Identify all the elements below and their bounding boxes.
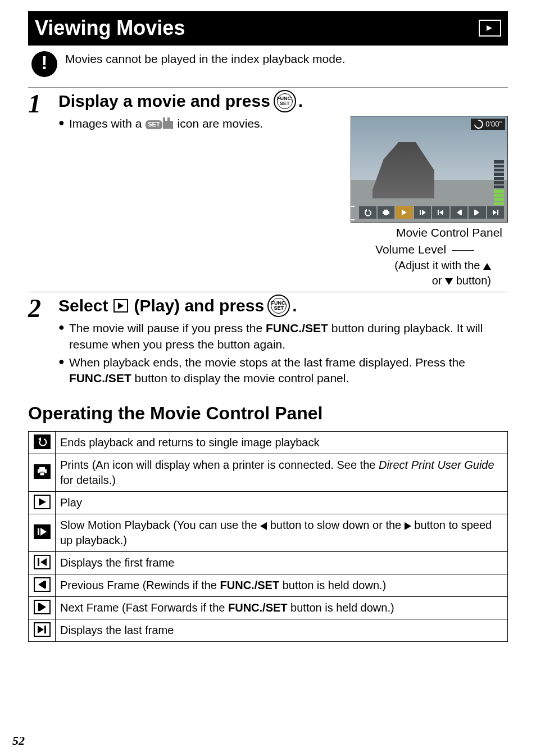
text: Next Frame (Fast Forwards if the — [60, 601, 228, 614]
bullet-icon: ● — [58, 320, 65, 334]
last-frame-icon — [34, 622, 51, 637]
adjust-hint: (Adjust it with the or button) — [351, 258, 508, 288]
svg-marker-23 — [40, 528, 47, 536]
step-2-bullet-2: ● When playback ends, the movie stops at… — [58, 355, 508, 387]
svg-rect-12 — [474, 210, 475, 215]
text: The movie will pause if you press the FU… — [69, 320, 508, 352]
svg-rect-8 — [438, 210, 439, 215]
func-set-button-icon: FUNC.SET — [267, 295, 290, 317]
step-1-heading-text: Display a movie and press — [58, 90, 270, 113]
text: for details.) — [60, 474, 116, 486]
step-2-heading: Select (Play) and press FUNC.SET . — [58, 295, 508, 318]
op-text: Displays the last frame — [56, 619, 508, 641]
svg-marker-29 — [40, 603, 46, 611]
svg-marker-7 — [422, 210, 426, 215]
svg-marker-5 — [402, 210, 407, 215]
prev-frame-icon — [34, 577, 51, 592]
up-arrow-icon — [483, 263, 491, 270]
movie-control-strip — [359, 206, 504, 219]
svg-marker-16 — [118, 302, 124, 309]
table-row: Play — [29, 491, 508, 514]
op-text: Previous Frame (Rewinds if the FUNC./SET… — [56, 574, 508, 596]
bullet-icon: ● — [58, 116, 65, 130]
volume-meter — [494, 160, 504, 205]
ctrl-last-icon — [487, 206, 505, 219]
bracket-icon — [351, 205, 357, 221]
print-icon — [34, 464, 51, 479]
warning-text: Movies cannot be played in the index pla… — [65, 51, 345, 67]
svg-rect-18 — [39, 467, 45, 469]
preview-block: 0'00" — [351, 116, 508, 288]
text: Prints (An icon will display when a prin… — [60, 459, 379, 471]
svg-rect-31 — [44, 626, 46, 633]
section-heading: Operating the Movie Control Panel — [28, 401, 508, 425]
op-text: Next Frame (Fast Forwards if the FUNC./S… — [56, 596, 508, 619]
svg-rect-20 — [40, 472, 44, 476]
playback-mode-icon — [479, 20, 501, 37]
step-1-bullet-text: Images with a SET icon are movies. — [69, 116, 264, 132]
text: Images with a — [69, 117, 142, 130]
text: button is held down.) — [288, 601, 394, 614]
title-bar: Viewing Movies — [28, 11, 508, 46]
preview-captions: Movie Control Panel Volume Level (Adjust… — [351, 225, 508, 288]
step-number: 2 — [28, 295, 53, 389]
svg-marker-26 — [38, 581, 44, 588]
svg-marker-21 — [39, 498, 46, 506]
down-arrow-icon — [445, 278, 453, 285]
exclamation-icon: ! — [31, 51, 57, 77]
guide-title: Direct Print User Guide — [379, 459, 494, 471]
table-row: Displays the last frame — [29, 619, 508, 641]
step-1-bullet: ● Images with a SET icon are movies. — [58, 116, 339, 132]
text: When playback ends, the movie stops at t… — [69, 356, 465, 369]
step-2: 2 Select (Play) and press FUNC.SET . ● T… — [28, 292, 508, 389]
text: (Play) and press — [134, 295, 264, 318]
text: Previous Frame (Rewinds if the — [60, 579, 220, 591]
page-title: Viewing Movies — [35, 15, 185, 42]
play-button-icon — [113, 299, 128, 313]
func-set-label: FUNC./SET — [228, 601, 288, 614]
warning-note: ! Movies cannot be played in the index p… — [31, 51, 508, 77]
table-row: Next Frame (Fast Forwards if the FUNC./S… — [29, 596, 508, 619]
step-1: 1 Display a movie and press FUNC.SET . ●… — [28, 87, 508, 288]
operations-table: Ends playback and returns to single imag… — [28, 431, 508, 642]
svg-rect-2 — [384, 210, 388, 211]
bullet-icon: ● — [58, 355, 65, 369]
func-set-label: FUNC./SET — [266, 322, 328, 334]
svg-rect-24 — [38, 558, 39, 566]
table-row: Displays the first frame — [29, 551, 508, 574]
text: button to display the movie control pane… — [131, 372, 349, 384]
svg-marker-30 — [38, 626, 44, 633]
volume-level-label: Volume Level — [375, 243, 446, 256]
func-set-label: FUNC./SET — [69, 372, 131, 384]
text: Slow Motion Playback (You can use the — [60, 519, 260, 531]
next-frame-icon — [34, 600, 51, 614]
period: . — [292, 295, 297, 318]
movie-preview-image: 0'00" — [351, 116, 508, 223]
svg-marker-14 — [493, 210, 497, 215]
text: button is held down.) — [279, 579, 386, 591]
right-arrow-icon — [405, 522, 411, 530]
op-text: Displays the first frame — [56, 551, 508, 574]
op-text: Prints (An icon will display when a prin… — [56, 454, 508, 491]
back-icon — [34, 434, 51, 449]
ctrl-nextframe-icon — [469, 206, 486, 219]
svg-rect-11 — [461, 210, 462, 215]
text: (Adjust it with the — [394, 259, 480, 271]
ctrl-print-icon — [378, 206, 395, 219]
op-text: Play — [56, 491, 508, 514]
text: button) — [456, 274, 491, 287]
op-text: Slow Motion Playback (You can use the bu… — [56, 514, 508, 551]
svg-rect-15 — [497, 210, 498, 215]
movie-control-panel-label: Movie Control Panel — [351, 225, 508, 241]
svg-marker-10 — [457, 210, 461, 215]
table-row: Slow Motion Playback (You can use the bu… — [29, 514, 508, 551]
ctrl-slow-icon — [414, 206, 431, 219]
func-set-button-icon: FUNC.SET — [274, 90, 296, 112]
svg-marker-13 — [475, 210, 479, 215]
svg-marker-9 — [439, 210, 443, 215]
text: When playback ends, the movie stops at t… — [69, 355, 508, 387]
svg-rect-4 — [384, 213, 388, 215]
set-chip-icon: SET — [146, 120, 162, 129]
leader-line — [452, 250, 474, 251]
ctrl-play-icon — [396, 206, 413, 219]
